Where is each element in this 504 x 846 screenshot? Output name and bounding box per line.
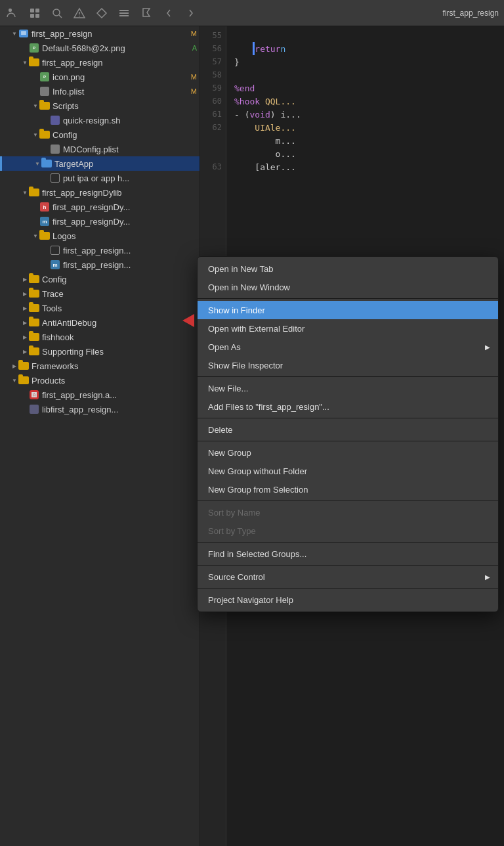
tree-label-info-plist: Info.plist xyxy=(52,87,188,97)
tree-label-mdconfig: MDConfig.plist xyxy=(63,145,197,154)
tree-item-lib-product[interactable]: libfirst_app_resign... xyxy=(0,402,200,416)
code-line-55 xyxy=(234,29,496,42)
tree-label-logos: Logos xyxy=(52,231,197,241)
toolbar-icon-warning[interactable] xyxy=(72,6,87,20)
code-line-61: - (void) i... xyxy=(234,108,496,121)
svg-rect-2 xyxy=(35,9,39,12)
tree-item-logos-file2[interactable]: m first_app_resign... xyxy=(0,257,200,272)
tree-item-logos-file1[interactable]: first_app_resign... xyxy=(0,243,200,257)
menu-item-open-as[interactable]: Open As ▶ xyxy=(198,338,498,356)
tree-item-quick-resign[interactable]: quick-resign.sh xyxy=(0,113,200,127)
menu-item-add-files[interactable]: Add Files to "first_app_resign"... xyxy=(198,397,498,416)
tree-item-root[interactable]: first_app_resign M xyxy=(0,26,200,41)
tree-item-app-product[interactable]: 🅰 first_app_resign.a... xyxy=(0,388,200,402)
menu-item-new-file[interactable]: New File... xyxy=(198,379,498,397)
folder-icon-config-inner xyxy=(39,131,50,139)
menu-sep-8 xyxy=(198,588,498,589)
tree-item-icon-png[interactable]: P icon.png M xyxy=(0,70,200,84)
toolbar-icon-search[interactable] xyxy=(50,6,64,20)
tree-label-first-app-group: first_app_resign xyxy=(42,58,197,68)
source-control-arrow: ▶ xyxy=(485,573,490,581)
menu-label-sort-name: Sort by Name xyxy=(208,508,260,518)
open-as-arrow: ▶ xyxy=(485,344,490,351)
badge-default-png: A xyxy=(192,44,197,52)
menu-label-open-new-window: Open in New Window xyxy=(208,282,290,292)
tree-item-dylib-h[interactable]: h first_app_resignDy... xyxy=(0,200,200,214)
tree-item-config-outer[interactable]: Config xyxy=(0,272,200,286)
disclosure-products xyxy=(10,376,18,384)
menu-item-show-inspector[interactable]: Show File Inspector xyxy=(198,356,498,374)
tree-item-default-png[interactable]: P Default-568h@2x.png A xyxy=(0,41,200,55)
tree-label-app-product: first_app_resign.a... xyxy=(42,390,197,400)
generic-icon-put-ipa xyxy=(50,173,60,183)
tree-item-tools[interactable]: Tools xyxy=(0,301,200,315)
tree-item-first-app-group[interactable]: first_app_resign xyxy=(0,55,200,70)
menu-item-open-new-window[interactable]: Open in New Window xyxy=(198,278,498,296)
tree-item-config-inner[interactable]: Config xyxy=(0,127,200,142)
disclosure-tools xyxy=(21,304,29,312)
menu-item-open-external[interactable]: Open with External Editor xyxy=(198,319,498,338)
tree-label-default-png: Default-568h@2x.png xyxy=(42,43,190,53)
menu-item-source-control[interactable]: Source Control ▶ xyxy=(198,568,498,586)
tree-item-products[interactable]: Products xyxy=(0,373,200,388)
folder-icon-trace xyxy=(29,290,39,298)
tree-item-fishhook[interactable]: fishhook xyxy=(0,330,200,344)
tree-item-supporting-files[interactable]: Supporting Files xyxy=(0,344,200,359)
svg-point-5 xyxy=(53,9,60,16)
logos-m-icon: m xyxy=(50,259,60,270)
toolbar-icon-person[interactable] xyxy=(5,6,20,20)
toolbar-icon-list[interactable] xyxy=(117,6,131,20)
toolbar-icon-forward[interactable] xyxy=(184,6,198,20)
code-line-63: [aler... xyxy=(234,160,496,173)
code-line-56: return xyxy=(234,42,496,55)
toolbar-icon-flag[interactable] xyxy=(139,6,154,20)
code-line-57: } xyxy=(234,55,496,68)
plist-icon xyxy=(39,86,50,97)
badge-icon-png: M xyxy=(191,73,197,81)
tree-item-frameworks[interactable]: Frameworks xyxy=(0,359,200,373)
menu-item-delete[interactable]: Delete xyxy=(198,420,498,439)
tree-item-logos[interactable]: Logos xyxy=(0,229,200,243)
png-icon: P xyxy=(29,43,39,53)
menu-label-open-as: Open As xyxy=(208,342,241,352)
menu-item-navigator-help[interactable]: Project Navigator Help xyxy=(198,590,498,609)
sh-icon xyxy=(50,115,60,125)
menu-sep-7 xyxy=(198,565,498,566)
menu-item-show-in-finder[interactable]: Show in Finder xyxy=(198,301,498,319)
tree-item-antiantidebug[interactable]: AntiAntiDebug xyxy=(0,315,200,330)
tree-item-info-plist[interactable]: Info.plist M xyxy=(0,84,200,99)
mdconfig-plist-icon xyxy=(50,144,60,154)
tree-item-mdconfig[interactable]: MDConfig.plist xyxy=(0,142,200,156)
context-menu: Open in New Tab Open in New Window Show … xyxy=(197,256,499,612)
menu-label-open-external: Open with External Editor xyxy=(208,324,304,334)
menu-item-new-group-selection[interactable]: New Group from Selection xyxy=(198,480,498,499)
folder-icon-first-app xyxy=(29,58,39,66)
tree-item-dylib-m[interactable]: m first_app_resignDy... xyxy=(0,214,200,229)
tree-item-put-ipa[interactable]: put ipa or app h... xyxy=(0,171,200,185)
tree-label-targetapp: TargetApp xyxy=(54,159,197,169)
tree-item-targetapp[interactable]: TargetApp xyxy=(0,156,200,171)
toolbar-icon-back[interactable] xyxy=(161,6,176,20)
menu-item-find-groups[interactable]: Find in Selected Groups... xyxy=(198,545,498,563)
tree-label-supporting-files: Supporting Files xyxy=(42,347,197,357)
menu-item-sort-type[interactable]: Sort by Type xyxy=(198,522,498,540)
tree-label-logos-file1: first_app_resign... xyxy=(63,246,197,256)
menu-label-source-control: Source Control xyxy=(208,572,265,582)
menu-sep-4 xyxy=(198,441,498,441)
svg-rect-3 xyxy=(30,14,34,18)
tree-item-scripts[interactable]: Scripts xyxy=(0,99,200,113)
tree-item-trace[interactable]: Trace xyxy=(0,286,200,301)
toolbar-icon-diamond[interactable] xyxy=(94,6,109,20)
menu-item-open-new-tab[interactable]: Open in New Tab xyxy=(198,259,498,278)
svg-point-9 xyxy=(79,15,80,16)
m-file-icon: m xyxy=(39,216,50,227)
toolbar-icon-grid[interactable] xyxy=(28,6,42,20)
folder-icon-logos xyxy=(39,232,50,240)
folder-icon-config-outer xyxy=(29,275,39,283)
menu-item-sort-name[interactable]: Sort by Name xyxy=(198,503,498,522)
menu-item-new-group[interactable]: New Group xyxy=(198,443,498,462)
folder-icon-products xyxy=(18,376,29,384)
menu-item-new-group-no-folder[interactable]: New Group without Folder xyxy=(198,462,498,480)
disclosure-frameworks xyxy=(10,362,18,370)
tree-item-dylib-group[interactable]: first_app_resignDylib xyxy=(0,185,200,200)
